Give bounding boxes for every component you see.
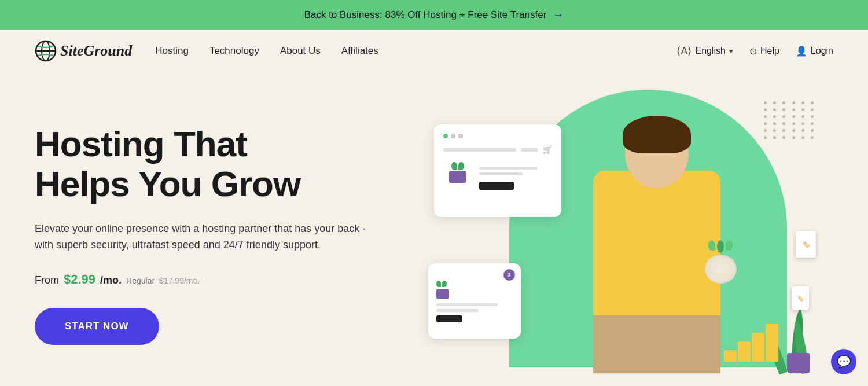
plant-leaves (451, 162, 464, 170)
banner-arrow-icon: → (552, 8, 564, 21)
card-dark-button (479, 182, 514, 190)
price-per: /mo. (100, 274, 122, 286)
nav-right: ⟨A⟩ English ▾ ⊙ Help 👤 Login (676, 45, 833, 57)
price-from-label: From (35, 274, 59, 286)
language-label: English (695, 46, 725, 56)
plant-leaf-right (458, 162, 464, 170)
plant-held (697, 240, 744, 292)
woman-pants (593, 315, 720, 373)
small-pot (436, 289, 449, 299)
card-text-lines (479, 162, 552, 194)
small-card-content (436, 281, 513, 322)
start-now-button[interactable]: START NOW (35, 308, 159, 345)
dots-decoration: // Generate 36 dots document.currentScri… (764, 101, 816, 139)
plant-pot (449, 171, 466, 183)
price-regular-value: $17.99/mo. (159, 276, 200, 285)
card-dot-1 (451, 134, 455, 138)
help-link[interactable]: ⊙ Help (749, 46, 779, 57)
small-leaf-right (442, 281, 447, 287)
language-selector[interactable]: ⟨A⟩ English ▾ (676, 45, 733, 57)
product-badge: 3 (503, 269, 515, 281)
card-content-area (443, 162, 552, 194)
small-line-2 (436, 309, 479, 312)
help-label: Help (760, 46, 779, 56)
price-regular-label: Regular (126, 276, 155, 285)
nav-affiliates[interactable]: Affiliates (341, 45, 378, 57)
plant-icon (443, 162, 472, 194)
woman-hair (623, 116, 691, 153)
nav-hosting[interactable]: Hosting (155, 45, 189, 57)
card-dot-green (443, 134, 448, 138)
promo-banner[interactable]: Back to Business: 83% Off Hosting + Free… (0, 0, 868, 30)
nav-links: Hosting Technology About Us Affiliates (155, 45, 676, 57)
nav-technology[interactable]: Technology (209, 45, 259, 57)
price-tag-1: 🏷️ (796, 231, 816, 258)
user-icon: 👤 (796, 46, 807, 57)
logo[interactable]: SiteGround (35, 40, 132, 62)
small-leaf-left (436, 281, 441, 287)
help-icon: ⊙ (749, 46, 757, 57)
small-plant-leaves (436, 281, 513, 287)
small-btn (436, 315, 462, 322)
small-product-card: 3 (428, 263, 521, 339)
chat-button[interactable]: 💬 (831, 349, 856, 374)
nav-about-us[interactable]: About Us (280, 45, 321, 57)
card-address-bar: 🛒 (443, 145, 552, 154)
hero-subtitle: Elevate your online presence with a host… (35, 220, 370, 254)
cart-icon: 🛒 (543, 145, 552, 154)
navbar: SiteGround Hosting Technology About Us A… (0, 30, 868, 72)
siteground-logo-icon (35, 40, 57, 62)
hero-price: From $2.99/mo. Regular $17.99/mo. (35, 272, 428, 287)
purple-pot-decoration (787, 353, 810, 373)
hero-title: Hosting That Helps You Grow (35, 124, 428, 204)
chevron-down-icon: ▾ (729, 47, 733, 56)
browser-card: 🛒 (434, 124, 561, 217)
card-window-dots (443, 134, 552, 138)
card-line-2 (479, 172, 523, 175)
card-dot-2 (458, 134, 463, 138)
small-line-1 (436, 303, 498, 306)
woman-illustration (570, 113, 744, 373)
hero-content: Hosting That Helps You Grow Elevate your… (35, 124, 428, 345)
price-tag-2: 🏷️ (792, 286, 809, 310)
logo-text: SiteGround (60, 42, 132, 60)
chat-icon: 💬 (837, 355, 851, 369)
hero-section: Hosting That Helps You Grow Elevate your… (0, 72, 868, 385)
login-label: Login (811, 46, 833, 56)
plant-leaf-left (451, 162, 457, 170)
hero-illustration: // Generate 36 dots document.currentScri… (428, 95, 833, 373)
price-value: $2.99 (64, 272, 95, 287)
banner-text: Back to Business: 83% Off Hosting + Free… (304, 9, 547, 21)
login-link[interactable]: 👤 Login (796, 46, 833, 57)
translate-icon: ⟨A⟩ (676, 45, 692, 57)
right-plants-decoration (779, 310, 810, 373)
card-line-1 (479, 167, 538, 170)
